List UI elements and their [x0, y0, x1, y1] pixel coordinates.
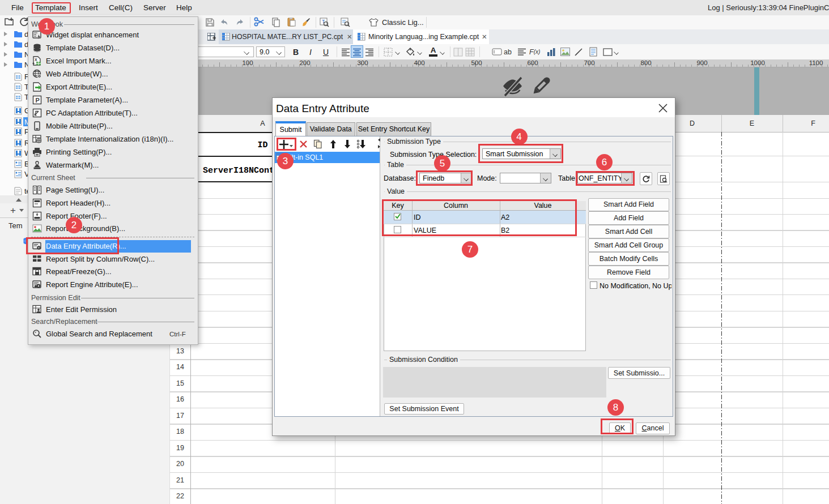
svg-text:X: X [35, 58, 37, 62]
svg-text:P: P [36, 97, 40, 104]
